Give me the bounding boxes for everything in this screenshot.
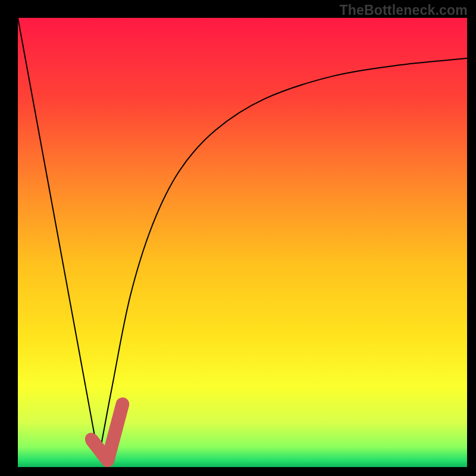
plot-area — [18, 18, 467, 467]
series-right-rise — [99, 58, 467, 458]
chart-canvas — [18, 18, 467, 467]
watermark-text: TheBottleneck.com — [339, 2, 468, 18]
series-left-descent — [18, 18, 99, 458]
chart-frame: TheBottleneck.com — [0, 0, 476, 476]
marker-dot — [85, 433, 97, 444]
